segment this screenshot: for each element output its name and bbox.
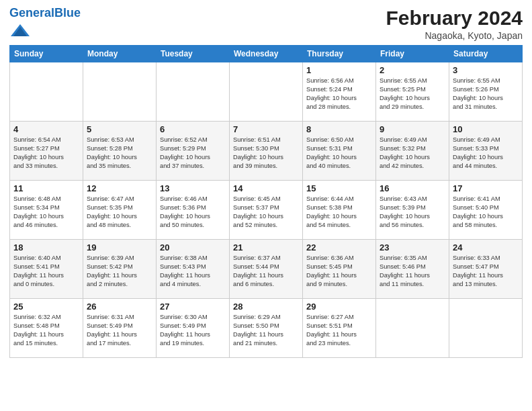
day-number: 28 [233, 302, 299, 312]
day-number: 25 [13, 302, 79, 312]
logo: GeneralBlue [9, 7, 81, 40]
day-number: 7 [233, 124, 299, 134]
calendar-cell: 2Sunrise: 6:55 AM Sunset: 5:25 PM Daylig… [376, 62, 449, 122]
calendar-cell: 26Sunrise: 6:31 AM Sunset: 5:49 PM Dayli… [83, 299, 157, 358]
col-header-tuesday: Tuesday [157, 46, 230, 62]
day-info: Sunrise: 6:55 AM Sunset: 5:25 PM Dayligh… [380, 77, 445, 111]
day-number: 23 [380, 242, 445, 253]
calendar-cell [376, 299, 449, 358]
logo-general: General [9, 6, 54, 19]
calendar-cell: 21Sunrise: 6:37 AM Sunset: 5:44 PM Dayli… [230, 240, 303, 299]
day-info: Sunrise: 6:41 AM Sunset: 5:40 PM Dayligh… [453, 195, 519, 230]
calendar-cell: 5Sunrise: 6:53 AM Sunset: 5:28 PM Daylig… [83, 122, 157, 181]
day-info: Sunrise: 6:52 AM Sunset: 5:29 PM Dayligh… [160, 136, 226, 171]
day-number: 17 [453, 183, 519, 193]
logo-icon [11, 21, 30, 40]
calendar-cell: 23Sunrise: 6:35 AM Sunset: 5:46 PM Dayli… [376, 240, 449, 299]
calendar-cell: 12Sunrise: 6:47 AM Sunset: 5:35 PM Dayli… [83, 181, 157, 240]
calendar-cell: 24Sunrise: 6:33 AM Sunset: 5:47 PM Dayli… [449, 240, 523, 299]
day-number: 1 [306, 65, 372, 75]
col-header-monday: Monday [83, 46, 157, 62]
calendar-table: SundayMondayTuesdayWednesdayThursdayFrid… [9, 45, 523, 358]
day-info: Sunrise: 6:47 AM Sunset: 5:35 PM Dayligh… [87, 195, 152, 230]
day-number: 22 [306, 242, 372, 253]
day-number: 18 [13, 242, 79, 253]
day-number: 19 [87, 242, 152, 253]
calendar-subtitle: Nagaoka, Kyoto, Japan [386, 30, 523, 41]
calendar-cell: 1Sunrise: 6:56 AM Sunset: 5:24 PM Daylig… [303, 62, 376, 122]
calendar-title: February 2024 [386, 7, 523, 29]
day-number: 11 [13, 183, 79, 193]
day-info: Sunrise: 6:40 AM Sunset: 5:41 PM Dayligh… [13, 254, 79, 289]
day-info: Sunrise: 6:37 AM Sunset: 5:44 PM Dayligh… [233, 254, 299, 289]
col-header-thursday: Thursday [303, 46, 376, 62]
calendar-cell: 11Sunrise: 6:48 AM Sunset: 5:34 PM Dayli… [10, 181, 83, 240]
day-number: 12 [87, 183, 152, 193]
calendar-cell [83, 62, 157, 122]
col-header-saturday: Saturday [449, 46, 523, 62]
day-info: Sunrise: 6:44 AM Sunset: 5:38 PM Dayligh… [306, 195, 372, 230]
day-info: Sunrise: 6:38 AM Sunset: 5:43 PM Dayligh… [160, 254, 226, 289]
calendar-cell [230, 62, 303, 122]
day-info: Sunrise: 6:45 AM Sunset: 5:37 PM Dayligh… [233, 195, 299, 230]
calendar-cell [10, 62, 83, 122]
day-info: Sunrise: 6:29 AM Sunset: 5:50 PM Dayligh… [233, 313, 299, 348]
day-info: Sunrise: 6:27 AM Sunset: 5:51 PM Dayligh… [306, 313, 372, 348]
day-number: 3 [453, 65, 519, 75]
calendar-cell: 13Sunrise: 6:46 AM Sunset: 5:36 PM Dayli… [157, 181, 230, 240]
day-info: Sunrise: 6:39 AM Sunset: 5:42 PM Dayligh… [87, 254, 152, 289]
day-info: Sunrise: 6:33 AM Sunset: 5:47 PM Dayligh… [453, 254, 519, 289]
calendar-cell: 22Sunrise: 6:36 AM Sunset: 5:45 PM Dayli… [303, 240, 376, 299]
calendar-cell: 20Sunrise: 6:38 AM Sunset: 5:43 PM Dayli… [157, 240, 230, 299]
day-info: Sunrise: 6:56 AM Sunset: 5:24 PM Dayligh… [306, 77, 372, 111]
col-header-sunday: Sunday [10, 46, 83, 62]
day-info: Sunrise: 6:53 AM Sunset: 5:28 PM Dayligh… [87, 136, 152, 171]
day-info: Sunrise: 6:48 AM Sunset: 5:34 PM Dayligh… [13, 195, 79, 230]
calendar-cell: 16Sunrise: 6:43 AM Sunset: 5:39 PM Dayli… [376, 181, 449, 240]
day-number: 6 [160, 124, 226, 134]
day-number: 14 [233, 183, 299, 193]
day-number: 9 [380, 124, 445, 134]
day-number: 21 [233, 242, 299, 253]
day-number: 5 [87, 124, 152, 134]
col-header-wednesday: Wednesday [230, 46, 303, 62]
calendar-cell [449, 299, 523, 358]
day-number: 8 [306, 124, 372, 134]
day-info: Sunrise: 6:54 AM Sunset: 5:27 PM Dayligh… [13, 136, 79, 171]
day-number: 15 [306, 183, 372, 193]
day-info: Sunrise: 6:49 AM Sunset: 5:33 PM Dayligh… [453, 136, 519, 171]
day-info: Sunrise: 6:31 AM Sunset: 5:49 PM Dayligh… [87, 313, 152, 348]
day-number: 20 [160, 242, 226, 253]
col-header-friday: Friday [376, 46, 449, 62]
calendar-cell: 18Sunrise: 6:40 AM Sunset: 5:41 PM Dayli… [10, 240, 83, 299]
calendar-cell: 25Sunrise: 6:32 AM Sunset: 5:48 PM Dayli… [10, 299, 83, 358]
day-info: Sunrise: 6:32 AM Sunset: 5:48 PM Dayligh… [13, 313, 79, 348]
calendar-cell: 14Sunrise: 6:45 AM Sunset: 5:37 PM Dayli… [230, 181, 303, 240]
calendar-cell: 4Sunrise: 6:54 AM Sunset: 5:27 PM Daylig… [10, 122, 83, 181]
day-info: Sunrise: 6:55 AM Sunset: 5:26 PM Dayligh… [453, 77, 519, 111]
calendar-cell: 15Sunrise: 6:44 AM Sunset: 5:38 PM Dayli… [303, 181, 376, 240]
calendar-cell: 6Sunrise: 6:52 AM Sunset: 5:29 PM Daylig… [157, 122, 230, 181]
day-number: 29 [306, 302, 372, 312]
logo-blue: Blue [54, 6, 81, 19]
calendar-cell: 10Sunrise: 6:49 AM Sunset: 5:33 PM Dayli… [449, 122, 523, 181]
calendar-cell: 17Sunrise: 6:41 AM Sunset: 5:40 PM Dayli… [449, 181, 523, 240]
header: GeneralBlue February 2024 Nagaoka, Kyoto… [9, 7, 523, 41]
calendar-cell: 19Sunrise: 6:39 AM Sunset: 5:42 PM Dayli… [83, 240, 157, 299]
day-number: 13 [160, 183, 226, 193]
calendar-page: GeneralBlue February 2024 Nagaoka, Kyoto… [0, 0, 532, 411]
calendar-cell: 3Sunrise: 6:55 AM Sunset: 5:26 PM Daylig… [449, 62, 523, 122]
calendar-cell: 8Sunrise: 6:50 AM Sunset: 5:31 PM Daylig… [303, 122, 376, 181]
day-info: Sunrise: 6:30 AM Sunset: 5:49 PM Dayligh… [160, 313, 226, 348]
calendar-cell: 7Sunrise: 6:51 AM Sunset: 5:30 PM Daylig… [230, 122, 303, 181]
calendar-cell: 9Sunrise: 6:49 AM Sunset: 5:32 PM Daylig… [376, 122, 449, 181]
title-block: February 2024 Nagaoka, Kyoto, Japan [386, 7, 523, 41]
day-number: 16 [380, 183, 445, 193]
day-info: Sunrise: 6:51 AM Sunset: 5:30 PM Dayligh… [233, 136, 299, 171]
day-info: Sunrise: 6:43 AM Sunset: 5:39 PM Dayligh… [380, 195, 445, 230]
day-number: 10 [453, 124, 519, 134]
day-number: 2 [380, 65, 445, 75]
day-number: 4 [13, 124, 79, 134]
day-number: 24 [453, 242, 519, 253]
logo-text: GeneralBlue [9, 7, 81, 20]
